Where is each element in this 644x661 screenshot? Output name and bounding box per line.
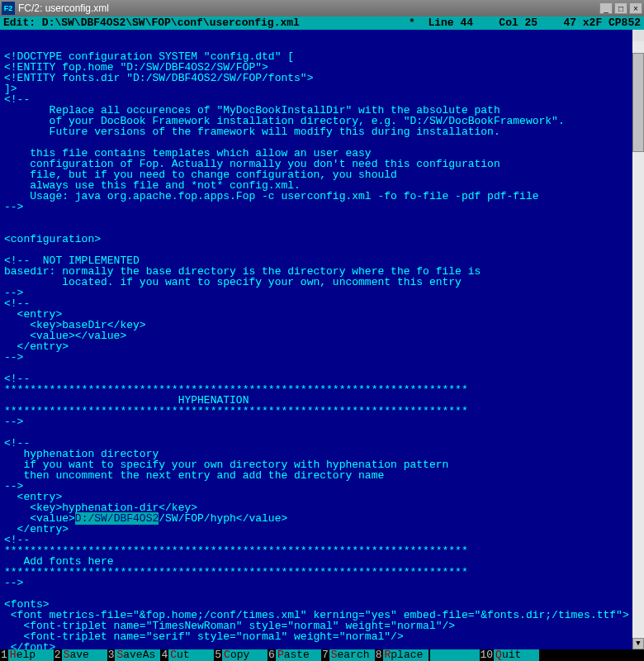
editor-line: located. if you want to specify your own… — [4, 277, 642, 288]
editor-line: </font> — [4, 642, 642, 649]
fkey-search[interactable]: 7Search — [321, 649, 375, 661]
editor-line: <configuration> — [4, 234, 642, 245]
minimize-button[interactable]: _ — [599, 2, 613, 14]
fkey-saveas[interactable]: 3SaveAs — [107, 649, 161, 661]
status-bar: Edit: D:\SW\DBF4OS2\SW\FOP\conf\userconf… — [0, 17, 644, 30]
editor-line: Usage: java org.apache.fop.apps.Fop -c u… — [4, 191, 642, 202]
editor-line: --> — [4, 352, 642, 363]
fkey-rplace[interactable]: 8Rplace — [375, 649, 429, 661]
fkey-copy[interactable]: 5Copy — [214, 649, 268, 661]
scroll-thumb[interactable] — [632, 53, 644, 152]
editor-line: <value></value> — [4, 330, 642, 341]
editor-line: then uncomment the next entry and add th… — [4, 470, 642, 481]
editor-line — [4, 363, 642, 373]
scroll-down-button[interactable]: ▼ — [632, 638, 644, 649]
editor-line: --> — [4, 481, 642, 492]
status-path: Edit: D:\SW\DBF4OS2\SW\FOP\conf\userconf… — [3, 17, 409, 30]
editor-line: --> — [4, 288, 642, 298]
maximize-button[interactable]: □ — [614, 2, 627, 14]
editor-line: ****************************************… — [4, 406, 642, 416]
window-title: FC/2: userconfig.xml — [18, 2, 599, 14]
editor-area[interactable]: <!DOCTYPE configuration SYSTEM "config.d… — [0, 30, 644, 649]
status-position: * Line 44 Col 25 47 x2F CP852 — [409, 17, 641, 30]
editor-line: ]> — [4, 83, 642, 94]
editor-line: <font-triplet name="serif" style="normal… — [4, 631, 642, 642]
scroll-track[interactable] — [632, 41, 644, 638]
fkey-spacer — [429, 649, 480, 661]
editor-selection: D:/SW/DBF4OS2 — [75, 512, 159, 525]
editor-line: <!ENTITY fonts.dir "D:/SW/DBF4OS2/SW/FOP… — [4, 73, 642, 83]
editor-line: </entry> — [4, 524, 642, 535]
editor-line: ****************************************… — [4, 567, 642, 578]
app-icon: F2 — [2, 2, 15, 15]
editor-line — [4, 212, 642, 223]
editor-line: --> — [4, 202, 642, 212]
editor-line: <!-- — [4, 298, 642, 309]
editor-line: <value>D:/SW/DBF4OS2/SW/FOP/hyph</value> — [4, 513, 642, 524]
editor-line: Future versions of the framework will mo… — [4, 126, 642, 137]
editor-line: </entry> — [4, 341, 642, 352]
fkey-cut[interactable]: 4Cut — [160, 649, 214, 661]
editor-line — [4, 588, 642, 599]
fkey-save[interactable]: 2Save — [54, 649, 107, 661]
editor-line: --> — [4, 578, 642, 588]
editor-line: --> — [4, 416, 642, 427]
titlebar: F2 FC/2: userconfig.xml _ □ × — [0, 0, 644, 17]
scrollbar-vertical[interactable]: ▲ ▼ — [632, 30, 644, 649]
editor-line — [4, 427, 642, 438]
close-button[interactable]: × — [629, 2, 642, 14]
function-key-bar: 1Help2Save3SaveAs4Cut5Copy6Paste7Search8… — [0, 649, 644, 661]
fkey-quit[interactable]: 10Quit — [480, 649, 540, 661]
fkey-paste[interactable]: 6Paste — [268, 649, 321, 661]
fkey-help[interactable]: 1Help — [0, 649, 54, 661]
